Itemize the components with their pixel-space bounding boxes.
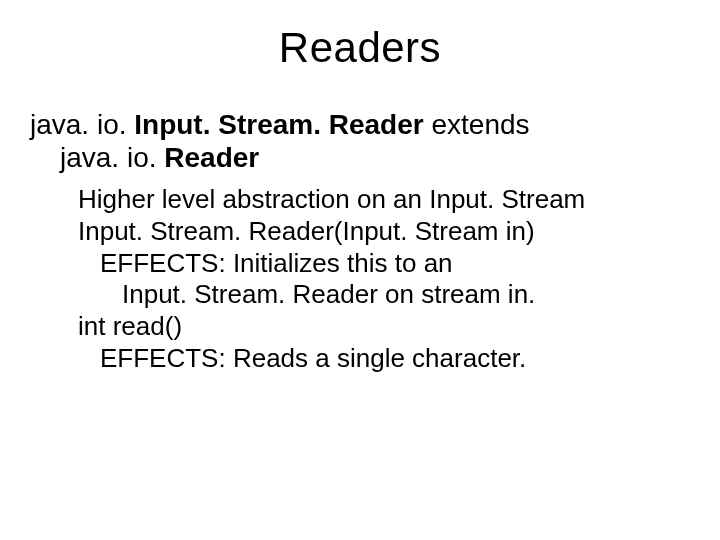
spec-line: Input. Stream. Reader(Input. Stream in) — [78, 216, 690, 248]
decl-extends: extends — [424, 109, 530, 140]
decl-super-name: Reader — [164, 142, 259, 173]
spec-line: int read() — [78, 311, 690, 343]
spec-line: EFFECTS: Reads a single character. — [78, 343, 690, 375]
decl-super-prefix: java. io. — [60, 142, 164, 173]
decl-superclass-line: java. io. Reader — [30, 141, 690, 174]
decl-class-name: Input. Stream. Reader — [134, 109, 423, 140]
class-declaration: java. io. Input. Stream. Reader extends … — [30, 108, 690, 174]
slide-title: Readers — [0, 24, 720, 72]
decl-prefix: java. io. — [30, 109, 134, 140]
specification-block: Higher level abstraction on an Input. St… — [30, 184, 690, 374]
slide: Readers java. io. Input. Stream. Reader … — [0, 0, 720, 540]
spec-line: EFFECTS: Initializes this to an — [78, 248, 690, 280]
spec-line: Higher level abstraction on an Input. St… — [78, 184, 690, 216]
spec-line: Input. Stream. Reader on stream in. — [78, 279, 690, 311]
slide-body: java. io. Input. Stream. Reader extends … — [30, 108, 690, 374]
